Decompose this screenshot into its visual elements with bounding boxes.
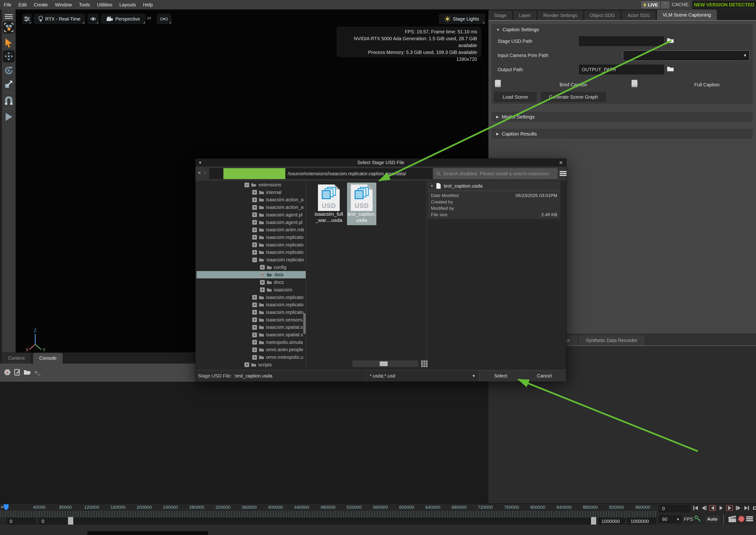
auto-key-button[interactable]: Auto — [705, 515, 719, 523]
menu-item-window[interactable]: Window — [55, 2, 72, 8]
expand-icon[interactable]: + — [252, 310, 257, 315]
expand-icon[interactable]: + — [252, 190, 257, 195]
tree-item-isaacsim[interactable]: +isaacsim — [197, 286, 306, 294]
expand-icon[interactable]: + — [260, 265, 265, 269]
tab-object-sdg[interactable]: Object SDG — [584, 11, 621, 20]
tree-item-isaacsim.replicato[interactable]: +isaacsim.replicato — [197, 309, 306, 316]
tree-item-isaacsim.spatial.s[interactable]: +isaacsim.spatial.s — [197, 331, 306, 338]
file-details-header[interactable]: ▼ test_caption.usda — [428, 181, 560, 191]
expand-icon[interactable]: + — [252, 250, 257, 255]
open-folder-icon[interactable] — [24, 369, 31, 375]
expand-icon[interactable]: + — [260, 280, 265, 285]
tree-item-docs[interactable]: +docs — [197, 279, 306, 286]
filename-value[interactable]: test_caption.usda — [235, 373, 272, 379]
tree-item-omni.anim.people[interactable]: +omni.anim.people — [197, 346, 306, 353]
tab-render-settings[interactable]: Render Settings — [538, 11, 583, 20]
expand-icon[interactable]: + — [252, 197, 257, 202]
tree-item-scripts[interactable]: +scripts — [197, 361, 306, 369]
play-tool[interactable] — [3, 111, 15, 123]
tree-item-internal[interactable]: +internal — [197, 189, 306, 196]
close-icon[interactable]: ✕ — [559, 160, 563, 166]
menu-item-edit[interactable]: Edit — [18, 2, 26, 8]
range-start-field[interactable]: 0 — [6, 518, 36, 525]
skip-to-start-button[interactable] — [692, 505, 699, 511]
tree-item-isaacsim.anim.rob[interactable]: +isaacsim.anim.rob — [197, 226, 306, 234]
tab-layer[interactable]: Layer — [513, 11, 536, 20]
tab-actor-sdg[interactable]: Actor SDG — [622, 11, 656, 20]
dialog-menu-icon[interactable] — [559, 170, 567, 177]
expand-icon[interactable]: + — [244, 362, 249, 367]
stage-usd-path-input[interactable] — [579, 36, 664, 46]
output-path-input[interactable]: OUTPUT_PATH — [579, 65, 664, 74]
expand-icon[interactable]: + — [252, 228, 257, 232]
expand-icon[interactable]: + — [252, 205, 257, 210]
playback-end-field[interactable]: 1000000 — [598, 518, 625, 525]
tree-item-isaacsim.replicato[interactable]: +isaacsim.replicato — [197, 249, 306, 256]
generate-scene-graph-button[interactable]: Generate Scene Graph — [541, 92, 606, 102]
tab-console[interactable]: Console — [33, 353, 63, 363]
visibility-button[interactable] — [88, 14, 99, 24]
tree-item-isaacsim.sensors.[interactable]: +isaacsim.sensors. — [197, 316, 306, 324]
next-keyframe-button[interactable] — [726, 505, 733, 511]
step-back-button[interactable] — [701, 505, 707, 511]
expand-icon[interactable]: + — [252, 348, 257, 352]
brief-caption-checkbox[interactable] — [495, 80, 501, 87]
clapperboard-icon[interactable] — [728, 515, 737, 523]
stage-lights-button[interactable]: Stage Lights — [439, 14, 485, 24]
load-scene-button[interactable]: Load Scene — [494, 92, 536, 102]
dialog-titlebar[interactable]: ▼ Select Stage USD File ✕ — [196, 159, 566, 166]
expand-icon[interactable]: + — [252, 340, 257, 345]
menu-item-help[interactable]: Help — [143, 2, 153, 8]
expand-icon[interactable]: + — [252, 325, 257, 330]
toolbar-menu-icon[interactable] — [3, 12, 15, 21]
live-sync-button[interactable]: LIVE — [641, 1, 660, 9]
output-path-browse-button[interactable] — [667, 66, 674, 72]
selection-mode-tool[interactable] — [3, 21, 15, 34]
console-output[interactable] — [0, 381, 488, 504]
thumbnail-size-slider[interactable] — [352, 360, 418, 367]
audio-button[interactable]: ((●)) — [156, 14, 172, 24]
scale-tool[interactable] — [3, 78, 15, 90]
select-button[interactable]: Select — [479, 370, 522, 381]
playback-start-field[interactable]: 0 — [38, 518, 67, 525]
tree-item-isaacsim.spatial.s[interactable]: +isaacsim.spatial.s — [197, 324, 306, 331]
terminal-prompt-icon[interactable]: >_ — [35, 369, 40, 375]
tree-item-isaacsim.replicato[interactable]: +isaacsim.replicato — [197, 241, 306, 249]
timeline-scroll-handle-left[interactable] — [68, 517, 73, 525]
expand-icon[interactable]: + — [252, 212, 257, 217]
file-tile-test_caption.usda[interactable]: USDtest_caption.usda — [347, 183, 376, 225]
rotate-tool[interactable] — [3, 64, 15, 77]
clear-console-icon[interactable]: x — [4, 369, 11, 376]
grid-view-icon[interactable] — [421, 360, 428, 367]
tab-vlm-scene-captioning[interactable]: VLM Scene Captioning — [657, 10, 717, 20]
tree-item-data[interactable]: −data — [197, 271, 306, 278]
expand-icon[interactable]: + — [252, 317, 257, 322]
expand-icon[interactable]: + — [260, 287, 265, 292]
expand-icon[interactable]: + — [252, 242, 257, 247]
full-caption-checkbox[interactable] — [632, 80, 637, 87]
loop-button[interactable] — [752, 505, 756, 511]
collapse-icon[interactable]: − — [244, 183, 249, 187]
tree-item-isaacsim.replicato[interactable]: +isaacsim.replicato — [197, 301, 306, 308]
tree-item-isaacsim.agent.pl[interactable]: +isaacsim.agent.pl — [197, 211, 306, 218]
back-button[interactable]: < — [198, 170, 201, 176]
menu-item-utilities[interactable]: Utilities — [97, 2, 112, 8]
tree-item-isaacsim.replicato[interactable]: +isaacsim.replicato — [197, 294, 306, 301]
expand-icon[interactable]: + — [252, 302, 257, 307]
auto-key-icon[interactable] — [694, 515, 701, 523]
tree-item-isaacsim.action_a[interactable]: +isaacsim.action_a — [197, 196, 306, 203]
forward-button[interactable]: > — [203, 170, 206, 176]
play-reverse-button[interactable] — [709, 505, 716, 511]
fps-select[interactable]: 60 ▼ — [659, 515, 682, 523]
timeline-scroll-track[interactable] — [73, 518, 591, 525]
range-end-field[interactable]: 1000000 — [627, 518, 656, 525]
expand-icon[interactable]: + — [252, 220, 257, 225]
input-camera-prim-path-select[interactable]: ▼ — [623, 50, 750, 61]
menu-item-file[interactable]: File — [4, 2, 11, 8]
camera-button[interactable]: Perspective — [101, 14, 146, 24]
search-input[interactable]: Search disabled. Please install a search… — [433, 168, 558, 179]
cancel-button[interactable]: Cancel — [522, 370, 566, 381]
step-forward-button[interactable] — [735, 505, 741, 511]
tree-item-config[interactable]: +config — [197, 264, 306, 271]
current-frame-field[interactable]: 0 — [659, 505, 690, 512]
